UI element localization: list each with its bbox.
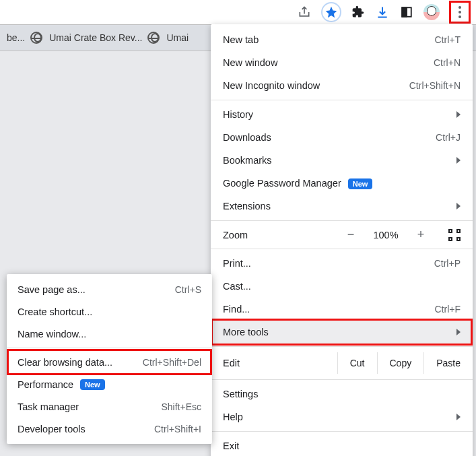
more-tools-highlight: More tools (211, 319, 473, 346)
svg-point-4 (458, 15, 461, 18)
kebab-menu-icon[interactable] (452, 5, 467, 20)
menu-new-incognito[interactable]: New Incognito windowCtrl+Shift+N (211, 74, 473, 97)
menu-new-tab[interactable]: New tabCtrl+T (211, 28, 473, 51)
menu-downloads[interactable]: DownloadsCtrl+J (211, 126, 473, 149)
menu-print[interactable]: Print...Ctrl+P (211, 252, 473, 275)
edit-copy-button[interactable]: Copy (377, 352, 424, 374)
globe-icon (30, 32, 42, 44)
menu-separator (211, 249, 473, 249)
menu-find[interactable]: Find...Ctrl+F (211, 298, 473, 321)
menu-extensions[interactable]: Extensions (211, 195, 473, 218)
more-tools-submenu: Save page as...Ctrl+S Create shortcut...… (7, 274, 212, 444)
submenu-name-window[interactable]: Name window... (7, 323, 212, 345)
main-menu-button-highlight (449, 1, 471, 24)
new-badge: New (348, 178, 373, 189)
fullscreen-icon[interactable] (448, 229, 461, 241)
menu-exit[interactable]: Exit (211, 434, 473, 456)
zoom-in-button[interactable]: + (411, 228, 431, 242)
menu-edit-row: Edit Cut Copy Paste (211, 350, 473, 377)
submenu-clear-browsing-data[interactable]: Clear browsing data...Ctrl+Shift+Del (9, 351, 210, 373)
submenu-create-shortcut[interactable]: Create shortcut... (7, 300, 212, 323)
svg-point-3 (458, 11, 461, 13)
globe-icon (147, 32, 160, 44)
profile-avatar-icon[interactable] (423, 4, 440, 20)
menu-separator (211, 379, 473, 380)
browser-toolbar (0, 0, 476, 24)
svg-point-2 (458, 6, 461, 9)
share-icon[interactable] (297, 5, 312, 20)
menu-cast[interactable]: Cast... (211, 275, 473, 298)
extensions-puzzle-icon[interactable] (351, 5, 366, 20)
zoom-value: 100% (369, 230, 403, 240)
clear-browsing-data-highlight: Clear browsing data...Ctrl+Shift+Del (7, 349, 212, 375)
submenu-task-manager[interactable]: Task managerShift+Esc (7, 395, 212, 418)
bookmark-item[interactable]: Umai Crate Box Rev... (30, 32, 142, 44)
submenu-developer-tools[interactable]: Developer toolsCtrl+Shift+I (7, 418, 212, 440)
new-badge: New (80, 379, 105, 390)
chrome-main-menu: New tabCtrl+T New windowCtrl+N New Incog… (211, 24, 473, 456)
edit-paste-button[interactable]: Paste (423, 352, 473, 374)
menu-separator (7, 348, 212, 348)
chevron-right-icon (456, 157, 461, 164)
menu-more-tools[interactable]: More tools (213, 321, 471, 344)
menu-separator (211, 220, 473, 221)
menu-separator (211, 431, 473, 432)
downloads-icon[interactable] (375, 5, 390, 20)
menu-separator (211, 346, 473, 347)
menu-help[interactable]: Help (211, 405, 473, 428)
submenu-save-page[interactable]: Save page as...Ctrl+S (7, 278, 212, 300)
menu-zoom-row: Zoom − 100% + (211, 224, 473, 246)
submenu-performance[interactable]: PerformanceNew (7, 373, 212, 395)
menu-new-window[interactable]: New windowCtrl+N (211, 51, 473, 74)
menu-password-manager[interactable]: Google Password ManagerNew (211, 172, 473, 195)
bookmark-item[interactable]: be... (7, 32, 25, 43)
menu-history[interactable]: History (211, 103, 473, 126)
menu-separator (211, 100, 473, 100)
zoom-label: Zoom (223, 230, 333, 240)
sidepanel-icon[interactable] (399, 5, 414, 20)
chevron-right-icon (456, 111, 461, 118)
edit-label: Edit (223, 358, 337, 368)
bookmark-star-button[interactable] (321, 2, 341, 22)
svg-rect-1 (402, 7, 407, 17)
bookmark-item[interactable]: Umai (147, 32, 189, 44)
chevron-right-icon (456, 329, 461, 335)
edit-cut-button[interactable]: Cut (337, 352, 377, 374)
chevron-right-icon (456, 414, 461, 420)
zoom-out-button[interactable]: − (341, 228, 361, 242)
menu-bookmarks[interactable]: Bookmarks (211, 149, 473, 172)
chevron-right-icon (456, 203, 461, 209)
menu-settings[interactable]: Settings (211, 383, 473, 405)
